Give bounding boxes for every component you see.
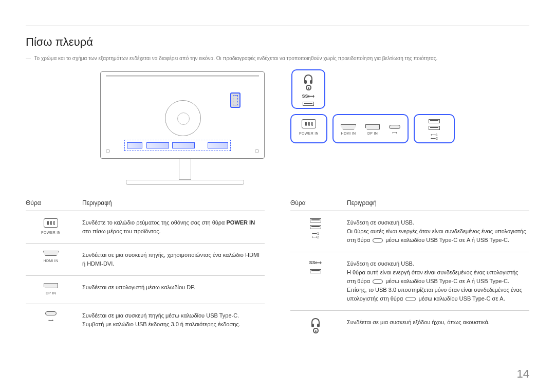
- right-port-table: Θύρα Περιγραφή ⟷1 ⟷2: [290, 196, 529, 341]
- row-usb-ss: SS⟷ Σύνδεση σε συσκευή USB. Η θύρα αυτή …: [290, 252, 529, 311]
- left-port-table: Θύρα Περιγραφή POWER IN Συνδέστε το καλώ…: [26, 196, 265, 336]
- row-usbc: ⟷ Συνδέεται σε μια συσκευή πηγής μέσω κα…: [26, 304, 265, 337]
- left-column: Θύρα Περιγραφή POWER IN Συνδέστε το καλώ…: [26, 196, 265, 341]
- usb-2-label: ⟷2: [312, 235, 319, 239]
- panel-power: POWER IN: [290, 114, 327, 143]
- disclaimer-text: ― Το χρώμα και το σχήμα των εξαρτημάτων …: [26, 55, 529, 62]
- usb-a-desc: Σύνδεση σε συσκευή USB. Οι θύρες αυτές ε…: [347, 211, 529, 252]
- monitor-rear-drawing: [100, 69, 270, 185]
- th-desc: Περιγραφή: [82, 196, 265, 211]
- usbc-label: ⟷: [48, 318, 53, 324]
- usb-ss-label: SS⟷: [302, 94, 314, 99]
- panel-audio-usb: SS⟷: [291, 69, 325, 109]
- row-audio: Συνδέεται σε μια συσκευή εξόδου ήχου, όπ…: [290, 311, 529, 341]
- port-description-columns: Θύρα Περιγραφή POWER IN Συνδέστε το καλώ…: [26, 196, 529, 341]
- panel-video-ports: HDMI IN DP IN ⟷: [332, 114, 409, 143]
- dp-label: DP IN: [46, 291, 56, 296]
- usbc-inline-icon: [405, 297, 416, 301]
- row-hdmi: HDMI IN Συνδέεται σε μια συσκευή πηγής, …: [26, 244, 265, 276]
- usb-a-2-icon: [310, 225, 321, 229]
- usb-a-2-icon: [429, 126, 440, 130]
- power-label: POWER IN: [299, 132, 319, 135]
- usb-a-port-icon: [303, 102, 314, 106]
- power-desc: Συνδέστε το καλώδιο ρεύματος της οθόνης …: [82, 211, 265, 244]
- th-port: Θύρα: [290, 196, 347, 211]
- row-power: POWER IN Συνδέστε το καλώδιο ρεύματος τη…: [26, 211, 265, 244]
- hdmi-port-icon: [43, 251, 59, 256]
- dp-label: DP IN: [367, 132, 378, 135]
- usbc-port-icon: [45, 311, 57, 315]
- right-column: Θύρα Περιγραφή ⟷1 ⟷2: [290, 196, 529, 341]
- th-port: Θύρα: [26, 196, 82, 211]
- section-title: Πίσω πλευρά: [26, 35, 529, 49]
- usbc-port-icon: [389, 125, 400, 129]
- dash-icon: ―: [26, 55, 33, 62]
- dp-desc: Συνδέεται σε υπολογιστή μέσω καλωδίου DP…: [82, 276, 265, 304]
- audio-jack-icon: [313, 328, 319, 333]
- panel-usb-a-stack: ⟷1 ⟷2: [414, 114, 455, 143]
- usb-ss-label: SS⟷: [309, 259, 322, 267]
- audio-desc: Συνδέεται σε μια συσκευή εξόδου ήχου, όπ…: [347, 311, 529, 341]
- usbc-inline-icon: [373, 279, 383, 284]
- usb-ss-desc: Σύνδεση σε συσκευή USB. Η θύρα αυτή είνα…: [347, 252, 529, 311]
- usb-1-label: ⟷1: [431, 133, 438, 137]
- audio-jack-icon: [306, 85, 311, 90]
- hdmi-label: HDMI IN: [341, 132, 356, 135]
- dp-port-icon: [365, 124, 380, 129]
- usbc-desc: Συνδέεται σε μια συσκευή πηγής μέσω καλω…: [82, 304, 265, 337]
- page-number: 14: [517, 367, 529, 381]
- disclaimer-body: Το χρώμα και το σχήμα των εξαρτημάτων εν…: [34, 55, 438, 61]
- diagram-area: SS⟷ POWER IN HDMI IN DP IN: [26, 69, 529, 185]
- usb-a-1-icon: [310, 218, 321, 222]
- power-label: POWER IN: [41, 230, 61, 236]
- usb-1-label: ⟷1: [312, 232, 319, 235]
- port-detail-panels: SS⟷ POWER IN HDMI IN DP IN: [290, 69, 455, 143]
- headphone-icon: [311, 318, 320, 325]
- usb-ss-port-icon: [310, 269, 321, 273]
- power-port-icon: [302, 119, 316, 128]
- usbc-inline-icon: [373, 238, 383, 242]
- usbc-label: ⟷: [392, 131, 397, 135]
- usb-2-label: ⟷2: [431, 137, 438, 140]
- top-rule: [26, 26, 529, 26]
- hdmi-desc: Συνδέεται σε μια συσκευή πηγής, χρησιμοπ…: [82, 244, 265, 276]
- headphone-icon: [304, 74, 312, 82]
- callout-side-ports: [230, 92, 240, 108]
- usb-a-1-icon: [429, 119, 440, 123]
- power-port-icon: [44, 218, 58, 228]
- hdmi-label: HDMI IN: [44, 258, 59, 264]
- hdmi-port-icon: [341, 124, 356, 129]
- row-usb-a-stack: ⟷1 ⟷2 Σύνδεση σε συσκευή USB. Οι θύρες α…: [290, 211, 529, 252]
- row-dp: DP IN Συνδέεται σε υπολογιστή μέσω καλωδ…: [26, 276, 265, 304]
- callout-bottom-ports: [124, 140, 231, 151]
- th-desc: Περιγραφή: [347, 196, 529, 211]
- dp-port-icon: [44, 283, 58, 288]
